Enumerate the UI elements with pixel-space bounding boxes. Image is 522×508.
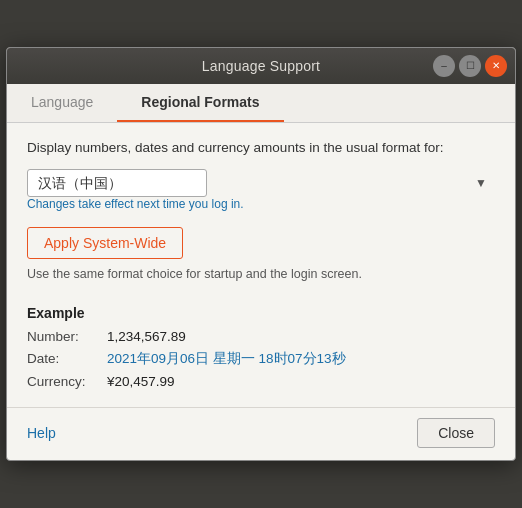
footer: Help Close (7, 407, 515, 460)
minimize-button[interactable]: – (433, 55, 455, 77)
language-dropdown[interactable]: 汉语（中国）English (United States)English (Un… (27, 169, 207, 197)
tab-bar: Language Regional Formats (7, 84, 515, 123)
close-button[interactable]: Close (417, 418, 495, 448)
apply-note: Use the same format choice for startup a… (27, 267, 495, 281)
example-label-number: Number: (27, 329, 107, 344)
example-value-number: 1,234,567.89 (107, 329, 186, 344)
window-title: Language Support (202, 58, 320, 74)
main-window: Language Support – ☐ ✕ Language Regional… (6, 47, 516, 462)
close-window-button[interactable]: ✕ (485, 55, 507, 77)
example-value-currency: ¥20,457.99 (107, 374, 175, 389)
example-label-date: Date: (27, 351, 107, 366)
dropdown-arrow-icon: ▼ (475, 176, 487, 190)
titlebar: Language Support – ☐ ✕ (7, 48, 515, 84)
example-row-number: Number: 1,234,567.89 (27, 329, 495, 344)
content-area: Display numbers, dates and currency amou… (7, 123, 515, 408)
example-section: Example Number: 1,234,567.89 Date: 2021年… (27, 305, 495, 395)
apply-system-wide-button[interactable]: Apply System-Wide (27, 227, 183, 259)
example-label-currency: Currency: (27, 374, 107, 389)
example-title: Example (27, 305, 495, 321)
example-value-date: 2021年09月06日 星期一 18时07分13秒 (107, 350, 346, 368)
changes-note: Changes take effect next time you log in… (27, 197, 495, 211)
example-row-currency: Currency: ¥20,457.99 (27, 374, 495, 389)
language-dropdown-wrapper: 汉语（中国）English (United States)English (Un… (27, 169, 495, 197)
description-text: Display numbers, dates and currency amou… (27, 139, 495, 158)
example-row-date: Date: 2021年09月06日 星期一 18时07分13秒 (27, 350, 495, 368)
tab-regional-formats-label: Regional Formats (141, 94, 259, 110)
window-controls: – ☐ ✕ (433, 48, 507, 84)
help-button[interactable]: Help (27, 425, 56, 441)
tab-regional-formats[interactable]: Regional Formats (117, 84, 283, 122)
maximize-button[interactable]: ☐ (459, 55, 481, 77)
tab-language-label: Language (31, 94, 93, 110)
tab-language[interactable]: Language (7, 84, 117, 122)
